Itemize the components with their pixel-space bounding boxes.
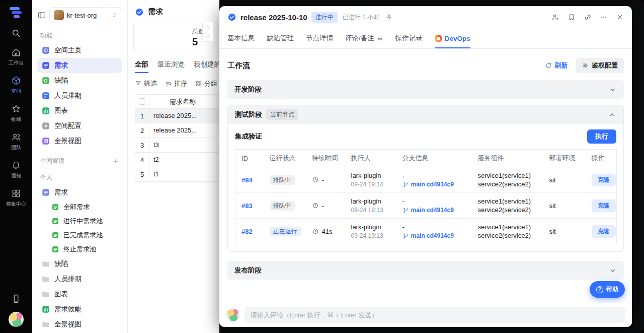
tab-defect-management[interactable]: 缺陷管理 xyxy=(267,28,294,48)
requirement-name: release 2025... xyxy=(149,123,216,138)
more-button[interactable] xyxy=(600,13,608,21)
close-button[interactable] xyxy=(616,13,624,21)
search-button[interactable] xyxy=(11,28,21,38)
sidebar-item-defects[interactable]: 缺陷 xyxy=(37,73,122,88)
service-component: service2(service2) xyxy=(478,180,537,188)
tree-item-charts[interactable]: 图表 xyxy=(37,287,122,302)
tree-item-defects[interactable]: 缺陷 xyxy=(37,256,122,272)
copy-link-button[interactable] xyxy=(584,13,592,21)
tree-item-terminated-pool[interactable]: 终止需求池 xyxy=(37,242,122,256)
stats-prev-button[interactable] xyxy=(203,22,213,32)
requirement-pool-icon xyxy=(51,231,59,239)
group-button[interactable]: 分组 xyxy=(195,79,217,88)
tree-item-panorama[interactable]: 全景视图 xyxy=(37,317,122,332)
tab-activity-log[interactable]: 操作记录 xyxy=(395,28,423,48)
tree-item-inprogress-pool[interactable]: 进行中需求池 xyxy=(37,214,122,228)
run-id-link[interactable]: #83 xyxy=(242,202,253,210)
sidebar-item-requirements[interactable]: 需求 xyxy=(37,58,122,73)
panorama-icon xyxy=(41,137,50,146)
rail-item-space[interactable]: 空间 xyxy=(11,76,21,95)
rail-item-favorites[interactable]: 收藏 xyxy=(11,104,21,123)
detail-drawer: release 2025-10-10 进行中 已进行 1 小时 基本信息 缺陷管… xyxy=(219,6,632,327)
tree-item-all-requirements[interactable]: 全部需求 xyxy=(37,200,122,214)
space-home-icon xyxy=(41,46,50,55)
rail-item-team[interactable]: 团队 xyxy=(11,132,21,151)
tree-item-label: 需求效能 xyxy=(54,305,82,314)
sidebar-collapse-button[interactable] xyxy=(37,11,46,20)
add-pinned-button[interactable] xyxy=(112,158,119,165)
phone-icon xyxy=(11,294,21,304)
add-collaborator-button[interactable] xyxy=(551,13,559,21)
sidebar: kr-test-org 功能 空间主页 需求 缺陷 人员排期 xyxy=(32,0,128,333)
filter-button[interactable]: 筛选 xyxy=(135,79,157,88)
bookmark-button[interactable] xyxy=(568,13,576,21)
mobile-app-button[interactable] xyxy=(11,294,21,304)
org-selector[interactable]: kr-test-org xyxy=(49,7,122,23)
sidebar-item-space-home[interactable]: 空间主页 xyxy=(37,43,122,58)
favorites-icon xyxy=(11,104,21,114)
requirement-pool-icon xyxy=(51,245,59,253)
help-icon: ? xyxy=(596,286,603,293)
tab-devops[interactable]: DevOps xyxy=(435,28,470,48)
tree-item-staffing[interactable]: 人员排期 xyxy=(37,272,122,287)
tab-basic-info[interactable]: 基本信息 xyxy=(227,28,255,48)
section-title-pinned: 空间置顶 xyxy=(40,157,64,165)
sidebar-item-staffing[interactable]: 人员排期 xyxy=(37,88,122,103)
stage-release[interactable]: 发布阶段 xyxy=(227,261,624,280)
requirement-name: release 2025... xyxy=(149,109,216,123)
requirement-row[interactable]: 1 release 2025... 进行中 xyxy=(135,109,219,123)
auth-config-button[interactable]: 鉴权配置 xyxy=(576,58,624,73)
clone-button[interactable]: 克隆 xyxy=(592,199,616,212)
run-button[interactable]: 执行 xyxy=(587,129,616,144)
branch-link[interactable]: main cd4914c9 xyxy=(403,181,466,188)
tab-created-by-me[interactable]: 我创建的 xyxy=(194,60,219,73)
requirement-row[interactable]: 3 t3 进行中 xyxy=(135,138,219,153)
stats-next-button[interactable] xyxy=(203,32,213,41)
clone-button[interactable]: 克隆 xyxy=(592,225,616,238)
tab-node-details[interactable]: 节点详情 xyxy=(306,28,333,48)
requirement-row[interactable]: 2 release 2025... 进行中 xyxy=(135,123,219,138)
help-button[interactable]: ? 帮助 xyxy=(590,281,625,298)
requirement-row[interactable]: 5 t1 已完成 xyxy=(135,167,219,182)
run-id-link[interactable]: #84 xyxy=(242,176,253,184)
tree-item-done-pool[interactable]: 已完成需求池 xyxy=(37,228,122,242)
tree-item-efficiency[interactable]: 需求效能 xyxy=(37,302,122,317)
tab-recent[interactable]: 最近浏览 xyxy=(157,60,185,73)
app-logo[interactable] xyxy=(10,7,23,18)
clone-button[interactable]: 克隆 xyxy=(592,174,616,186)
pin-icon[interactable] xyxy=(385,14,393,21)
sidebar-item-charts[interactable]: 图表 xyxy=(37,103,122,118)
comment-input[interactable] xyxy=(245,307,625,323)
sidebar-item-panorama[interactable]: 全景视图 xyxy=(37,134,122,149)
plus-icon xyxy=(112,158,119,165)
tab-all[interactable]: 全部 xyxy=(135,60,148,73)
comment-bar xyxy=(219,303,632,327)
stage-dev[interactable]: 开发阶段 xyxy=(227,80,624,99)
rail-item-notifications[interactable]: 通知 xyxy=(11,160,21,179)
rail-item-workbench[interactable]: 工作台 xyxy=(9,47,24,66)
column-header: 操作 xyxy=(586,150,617,167)
caret-up-icon xyxy=(205,25,210,30)
service-component: service2(service2) xyxy=(478,206,537,214)
sidebar-item-space-config[interactable]: 空间配置 xyxy=(37,118,122,134)
refresh-button[interactable]: 刷新 xyxy=(545,61,568,70)
drawer-backdrop[interactable]: release 2025-10-10 进行中 已进行 1 小时 基本信息 缺陷管… xyxy=(219,0,644,333)
drawer-body: 工作流 刷新 鉴权配置 开发阶段 xyxy=(219,49,632,303)
run-id-link[interactable]: #82 xyxy=(242,228,253,235)
tab-comments[interactable]: 评论/备注 xyxy=(345,28,383,48)
branch-link[interactable]: main cd4914c9 xyxy=(403,232,466,239)
user-avatar[interactable] xyxy=(9,312,24,327)
sort-button[interactable]: 排序 xyxy=(165,79,187,88)
app-window: 工作台 空间 收藏 团队 通知 模板中心 xyxy=(0,0,644,333)
requirements-icon xyxy=(41,61,50,70)
select-all-checkbox[interactable] xyxy=(139,98,145,105)
rail-item-templates[interactable]: 模板中心 xyxy=(6,188,26,208)
tree-item-requirements[interactable]: 需求 xyxy=(37,185,122,200)
branch-link[interactable]: main cd4914c9 xyxy=(403,207,466,214)
requirement-name: t2 xyxy=(149,153,216,167)
tree-item-label: 全景视图 xyxy=(54,320,82,329)
rail-item-label: 空间 xyxy=(11,88,21,95)
tree-item-label: 需求 xyxy=(54,188,68,197)
requirement-row[interactable]: 4 t2 已完成 xyxy=(135,153,219,167)
stage-test[interactable]: 测试阶段 当前节点 xyxy=(228,105,623,124)
